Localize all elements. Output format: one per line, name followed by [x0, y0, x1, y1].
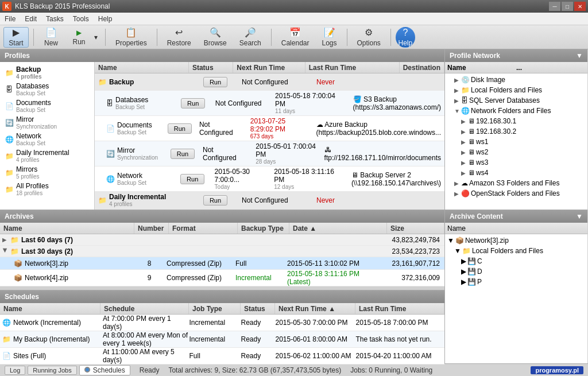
tree-item-daily[interactable]: 📁 Daily Incremental4 profiles	[0, 148, 94, 164]
run-databases-button[interactable]: Run	[181, 98, 205, 108]
profile-row-documents[interactable]: 📄 DocumentsBackup Set Run Not Configured…	[95, 116, 444, 141]
archives-group-30[interactable]: ▶ 📁 Last 30 days (2) 23,534,223,723	[0, 246, 444, 257]
title-controls[interactable]: ─ □ ✕	[549, 2, 586, 11]
restore-icon: ↩	[175, 27, 183, 38]
network3-label: Network[3].zip	[465, 237, 509, 245]
pn-sqlserver[interactable]: ▶ 🗄 SQL Server Databases	[445, 95, 587, 106]
title-bar: K KLS Backup 2015 Professional ─ □ ✕	[0, 0, 588, 13]
tree-item-backup[interactable]: 📁 Backup4 profiles	[0, 64, 94, 81]
minimize-button[interactable]: ─	[549, 2, 560, 11]
run-network-button[interactable]: Run	[180, 174, 204, 184]
ac-localfolders[interactable]: ▼ 📁 Local Folders and Files	[445, 246, 587, 256]
ac-drive-d[interactable]: ▶ 💾 D	[445, 266, 587, 277]
ws3-arrow: ▶	[461, 160, 467, 166]
options-button[interactable]: ⚙ Options	[352, 27, 386, 48]
run-button[interactable]: ▶ Run	[66, 27, 91, 48]
pn-networkfolders[interactable]: ▼ 🌐 Network Folders and Files	[445, 106, 587, 116]
menu-tasks[interactable]: Tasks	[41, 14, 68, 24]
pn-192-30-1[interactable]: ▶ 🖥 192.168.30.1	[445, 116, 587, 126]
sched-row-network[interactable]: 🌐 Network (Incremental) At 7:00:00 PM ev…	[0, 315, 444, 331]
restore-button[interactable]: ↩ Restore	[162, 27, 196, 48]
col-name: Name	[95, 62, 189, 73]
tree-item-documents[interactable]: 📄 DocumentsBackup Set	[0, 98, 94, 114]
tab-schedules[interactable]: Schedules	[79, 365, 130, 375]
pn-ws1[interactable]: ▶ 🖥 ws1	[445, 137, 587, 147]
run-dropdown-button[interactable]: ▾	[91, 27, 100, 48]
schedules-scroll[interactable]: 🌐 Network (Incremental) At 7:00:00 PM ev…	[0, 315, 444, 365]
pn-collapse-icon[interactable]: ▼	[576, 52, 583, 60]
new-label: New	[44, 39, 58, 47]
ac-tree[interactable]: ▼ 📦 Network[3].zip ▼ 📁 Local Folders and…	[445, 234, 587, 363]
ac-collapse-icon[interactable]: ▼	[576, 212, 583, 220]
tree-item-network[interactable]: 🌐 NetworkBackup Set	[0, 131, 94, 148]
start-button[interactable]: ▶ Start	[3, 27, 29, 48]
pn-localfolders[interactable]: ▶ 📁 Local Folders and Files	[445, 85, 587, 95]
allprofiles-icon: 📁	[5, 185, 14, 194]
run-backup-button[interactable]: Run	[203, 77, 227, 87]
properties-button[interactable]: 📋 Properties	[110, 27, 152, 48]
amazons3-arrow: ▶	[454, 180, 460, 187]
sched-row-sites[interactable]: 📄 Sites (Full) At 11:00:00 AM every 5 da…	[0, 348, 444, 365]
menu-help[interactable]: Help	[94, 14, 117, 24]
archive-row-network4[interactable]: 📦 Network[4].zip 9 Compressed (Zip) Incr…	[0, 270, 444, 286]
drive-p-label: P	[477, 278, 482, 286]
pn-col-name: Name	[447, 64, 516, 72]
sched-row-mybackup[interactable]: 📁 My Backup (Incremental) At 8:00:00 AM …	[0, 331, 444, 348]
profile-tree[interactable]: 📁 Backup4 profiles 🗄 DatabasesBackup Set…	[0, 62, 95, 210]
tab-running-jobs[interactable]: Running Jobs	[28, 366, 76, 375]
archives-group-60[interactable]: ▶ 📁 Last 60 days (7) 43,823,249,784	[0, 234, 444, 246]
pn-ws3[interactable]: ▶ 🖥 ws3	[445, 157, 587, 168]
new-button[interactable]: 📄 New	[38, 27, 64, 48]
archive-row-network3[interactable]: 📦 Network[3].zip 8 Compressed (Zip) Full…	[0, 257, 444, 270]
run-icon: ▶	[76, 29, 82, 37]
profile-table-scroll[interactable]: 📁 Backup Run Not Configured Never 🗄 Data…	[95, 73, 444, 210]
pn-amazons3[interactable]: ▶ ☁ Amazon S3 Folders and Files	[445, 178, 587, 188]
ws2-label: ws2	[476, 148, 488, 156]
run-mirror-button[interactable]: Run	[171, 149, 195, 159]
tree-item-mirrors[interactable]: 📁 Mirrors5 profiles	[0, 164, 94, 181]
pn-col-extra: ...	[516, 64, 585, 72]
browse-button[interactable]: 🔍 Browse	[199, 27, 232, 48]
mirror-row-icon: 🔄	[106, 150, 115, 158]
toolbar-sep5	[347, 29, 347, 46]
tab-log[interactable]: Log	[5, 366, 25, 375]
run-daily-button[interactable]: Run	[203, 195, 227, 206]
pn-ws4[interactable]: ▶ 🖥 ws4	[445, 168, 587, 178]
ac-drive-c[interactable]: ▶ 💾 C	[445, 256, 587, 266]
db-row-icon: 🗄	[106, 99, 113, 107]
ac-drive-p[interactable]: ▶ 💾 P	[445, 277, 587, 287]
profile-row-mirror[interactable]: 🔄 MirrorSynchronization Run Not Configur…	[95, 141, 444, 166]
status-bar: Log Running Jobs Schedules Ready Total a…	[0, 363, 588, 376]
pn-diskimage[interactable]: ▶ 💿 Disk Image	[445, 75, 587, 85]
tree-item-allprofiles[interactable]: 📁 All Profiles18 profiles	[0, 181, 94, 197]
profile-row-daily[interactable]: 📁 Daily Incremental4 profiles Run Not Co…	[95, 192, 444, 209]
sched-col-type: Job Type	[189, 303, 241, 314]
profile-row-databases[interactable]: 🗄 DatabasesBackup Set Run Not Configured…	[95, 91, 444, 116]
pn-ws2[interactable]: ▶ 🖥 ws2	[445, 147, 587, 157]
tree-item-databases[interactable]: 🗄 DatabasesBackup Set	[0, 81, 94, 98]
tree-item-mirror[interactable]: 🔄 MirrorSynchronization	[0, 114, 94, 131]
profile-row-backup[interactable]: 📁 Backup Run Not Configured Never	[95, 73, 444, 91]
archives-scroll[interactable]: ▶ 📁 Last 60 days (7) 43,823,249,784 ▶ 📁 …	[0, 234, 444, 290]
help-button[interactable]: ? Help	[396, 27, 415, 48]
profile-row-network[interactable]: 🌐 NetworkBackup Set Run 2015-05-30 7:00:…	[95, 166, 444, 192]
menu-edit[interactable]: Edit	[20, 14, 41, 24]
pn-192-30-2[interactable]: ▶ 🖥 192.168.30.2	[445, 126, 587, 137]
run-documents-button[interactable]: Run	[168, 123, 192, 134]
profile-row-mirrors[interactable]: 📁 Mirrors5 profiles Run Not Configured N…	[95, 209, 444, 210]
profiles-content: 📁 Backup4 profiles 🗄 DatabasesBackup Set…	[0, 62, 444, 210]
close-button[interactable]: ✕	[574, 2, 586, 11]
pn-openstack[interactable]: ▶ 🔴 OpenStack Folders and Files	[445, 188, 587, 199]
pn-tree[interactable]: ▶ 💿 Disk Image ▶ 📁 Local Folders and Fil…	[445, 73, 587, 210]
menu-tools[interactable]: Tools	[68, 14, 94, 24]
calendar-button[interactable]: 📅 Calendar	[276, 27, 315, 48]
maximize-button[interactable]: □	[562, 2, 573, 11]
logs-button[interactable]: 📝 Logs	[316, 27, 342, 48]
calendar-label: Calendar	[281, 39, 310, 47]
menu-file[interactable]: File	[0, 14, 20, 24]
sched-col-status: Status	[241, 303, 275, 314]
browse-icon: 🔍	[210, 27, 221, 38]
search-button[interactable]: 🔎 Search	[234, 27, 266, 48]
help-label: Help	[399, 39, 413, 47]
ac-network3[interactable]: ▼ 📦 Network[3].zip	[445, 235, 587, 246]
